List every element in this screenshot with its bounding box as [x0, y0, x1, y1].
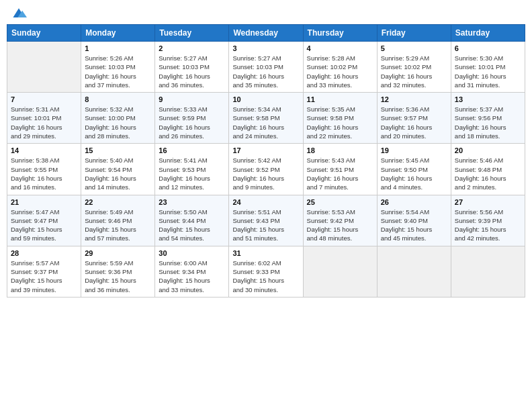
day-info: Sunrise: 5:27 AM Sunset: 10:03 PM Daylig…: [232, 54, 299, 89]
calendar-cell: 31Sunrise: 6:02 AM Sunset: 9:33 PM Dayli…: [229, 246, 303, 297]
day-info: Sunrise: 5:54 AM Sunset: 9:40 PM Dayligh…: [381, 208, 447, 243]
col-header-friday: Friday: [377, 25, 451, 42]
calendar-cell: 16Sunrise: 5:41 AM Sunset: 9:53 PM Dayli…: [155, 144, 229, 195]
calendar-cell: 13Sunrise: 5:37 AM Sunset: 9:56 PM Dayli…: [451, 93, 525, 144]
day-number: 27: [455, 198, 521, 206]
logo: [9, 7, 27, 20]
day-info: Sunrise: 5:59 AM Sunset: 9:36 PM Dayligh…: [85, 259, 151, 294]
day-info: Sunrise: 6:02 AM Sunset: 9:33 PM Dayligh…: [232, 259, 299, 294]
calendar-cell: 8Sunrise: 5:32 AM Sunset: 10:00 PM Dayli…: [81, 93, 155, 144]
col-header-sunday: Sunday: [7, 25, 81, 42]
day-info: Sunrise: 6:00 AM Sunset: 9:34 PM Dayligh…: [159, 259, 225, 294]
day-info: Sunrise: 5:57 AM Sunset: 9:37 PM Dayligh…: [11, 259, 77, 294]
day-info: Sunrise: 5:36 AM Sunset: 9:57 PM Dayligh…: [381, 105, 447, 140]
calendar-cell: 26Sunrise: 5:54 AM Sunset: 9:40 PM Dayli…: [377, 195, 451, 246]
calendar-cell: [303, 246, 377, 297]
day-number: 24: [232, 198, 299, 206]
day-number: 6: [455, 44, 521, 52]
calendar-cell: 18Sunrise: 5:43 AM Sunset: 9:51 PM Dayli…: [303, 144, 377, 195]
day-number: 10: [232, 95, 299, 103]
day-info: Sunrise: 5:32 AM Sunset: 10:00 PM Daylig…: [85, 105, 151, 140]
day-info: Sunrise: 5:35 AM Sunset: 9:58 PM Dayligh…: [307, 105, 373, 140]
day-number: 18: [307, 146, 373, 154]
day-info: Sunrise: 5:51 AM Sunset: 9:43 PM Dayligh…: [232, 208, 299, 243]
day-number: 25: [307, 198, 373, 206]
calendar-cell: 27Sunrise: 5:56 AM Sunset: 9:39 PM Dayli…: [451, 195, 525, 246]
calendar-cell: 9Sunrise: 5:33 AM Sunset: 9:59 PM Daylig…: [155, 93, 229, 144]
calendar-cell: [7, 42, 81, 93]
day-info: Sunrise: 5:33 AM Sunset: 9:59 PM Dayligh…: [159, 105, 225, 140]
day-number: 5: [381, 44, 447, 52]
day-info: Sunrise: 5:45 AM Sunset: 9:50 PM Dayligh…: [381, 156, 447, 191]
calendar-cell: 11Sunrise: 5:35 AM Sunset: 9:58 PM Dayli…: [303, 93, 377, 144]
day-number: 11: [307, 95, 373, 103]
day-number: 16: [159, 146, 225, 154]
day-info: Sunrise: 5:56 AM Sunset: 9:39 PM Dayligh…: [455, 208, 521, 243]
calendar-cell: 20Sunrise: 5:46 AM Sunset: 9:48 PM Dayli…: [451, 144, 525, 195]
day-info: Sunrise: 5:29 AM Sunset: 10:02 PM Daylig…: [381, 54, 447, 89]
calendar-cell: 6Sunrise: 5:30 AM Sunset: 10:01 PM Dayli…: [451, 42, 525, 93]
calendar-table: SundayMondayTuesdayWednesdayThursdayFrid…: [7, 24, 525, 298]
day-info: Sunrise: 5:46 AM Sunset: 9:48 PM Dayligh…: [455, 156, 521, 191]
day-number: 2: [159, 44, 225, 52]
calendar-cell: 1Sunrise: 5:26 AM Sunset: 10:03 PM Dayli…: [81, 42, 155, 93]
calendar-cell: 24Sunrise: 5:51 AM Sunset: 9:43 PM Dayli…: [229, 195, 303, 246]
day-info: Sunrise: 5:41 AM Sunset: 9:53 PM Dayligh…: [159, 156, 225, 191]
day-info: Sunrise: 5:37 AM Sunset: 9:56 PM Dayligh…: [455, 105, 521, 140]
day-info: Sunrise: 5:31 AM Sunset: 10:01 PM Daylig…: [11, 105, 77, 140]
day-number: 9: [159, 95, 225, 103]
day-info: Sunrise: 5:27 AM Sunset: 10:03 PM Daylig…: [159, 54, 225, 89]
day-number: 21: [11, 198, 77, 206]
calendar-cell: 10Sunrise: 5:34 AM Sunset: 9:58 PM Dayli…: [229, 93, 303, 144]
calendar-cell: 19Sunrise: 5:45 AM Sunset: 9:50 PM Dayli…: [377, 144, 451, 195]
day-info: Sunrise: 5:34 AM Sunset: 9:58 PM Dayligh…: [232, 105, 299, 140]
day-info: Sunrise: 5:26 AM Sunset: 10:03 PM Daylig…: [85, 54, 151, 89]
calendar-cell: 29Sunrise: 5:59 AM Sunset: 9:36 PM Dayli…: [81, 246, 155, 297]
day-number: 20: [455, 146, 521, 154]
day-number: 19: [381, 146, 447, 154]
col-header-monday: Monday: [81, 25, 155, 42]
col-header-saturday: Saturday: [451, 25, 525, 42]
calendar-cell: 4Sunrise: 5:28 AM Sunset: 10:02 PM Dayli…: [303, 42, 377, 93]
col-header-thursday: Thursday: [303, 25, 377, 42]
calendar-cell: [451, 246, 525, 297]
day-number: 29: [85, 249, 151, 257]
day-number: 7: [11, 95, 77, 103]
calendar-cell: 12Sunrise: 5:36 AM Sunset: 9:57 PM Dayli…: [377, 93, 451, 144]
day-number: 12: [381, 95, 447, 103]
day-number: 30: [159, 249, 225, 257]
day-number: 26: [381, 198, 447, 206]
day-info: Sunrise: 5:42 AM Sunset: 9:52 PM Dayligh…: [232, 156, 299, 191]
day-number: 15: [85, 146, 151, 154]
day-number: 8: [85, 95, 151, 103]
calendar-cell: 22Sunrise: 5:49 AM Sunset: 9:46 PM Dayli…: [81, 195, 155, 246]
calendar-cell: 7Sunrise: 5:31 AM Sunset: 10:01 PM Dayli…: [7, 93, 81, 144]
calendar-cell: 14Sunrise: 5:38 AM Sunset: 9:55 PM Dayli…: [7, 144, 81, 195]
day-number: 13: [455, 95, 521, 103]
day-number: 22: [85, 198, 151, 206]
calendar-cell: 28Sunrise: 5:57 AM Sunset: 9:37 PM Dayli…: [7, 246, 81, 297]
day-number: 17: [232, 146, 299, 154]
day-info: Sunrise: 5:28 AM Sunset: 10:02 PM Daylig…: [307, 54, 373, 89]
calendar-cell: 15Sunrise: 5:40 AM Sunset: 9:54 PM Dayli…: [81, 144, 155, 195]
day-number: 28: [11, 249, 77, 257]
calendar-cell: 25Sunrise: 5:53 AM Sunset: 9:42 PM Dayli…: [303, 195, 377, 246]
day-number: 1: [85, 44, 151, 52]
day-info: Sunrise: 5:49 AM Sunset: 9:46 PM Dayligh…: [85, 208, 151, 243]
calendar-cell: 23Sunrise: 5:50 AM Sunset: 9:44 PM Dayli…: [155, 195, 229, 246]
day-info: Sunrise: 5:53 AM Sunset: 9:42 PM Dayligh…: [307, 208, 373, 243]
day-number: 14: [11, 146, 77, 154]
day-number: 4: [307, 44, 373, 52]
day-info: Sunrise: 5:50 AM Sunset: 9:44 PM Dayligh…: [159, 208, 225, 243]
calendar-cell: [377, 246, 451, 297]
day-info: Sunrise: 5:30 AM Sunset: 10:01 PM Daylig…: [455, 54, 521, 89]
day-info: Sunrise: 5:43 AM Sunset: 9:51 PM Dayligh…: [307, 156, 373, 191]
calendar-cell: 17Sunrise: 5:42 AM Sunset: 9:52 PM Dayli…: [229, 144, 303, 195]
day-info: Sunrise: 5:47 AM Sunset: 9:47 PM Dayligh…: [11, 208, 77, 243]
day-number: 23: [159, 198, 225, 206]
col-header-tuesday: Tuesday: [155, 25, 229, 42]
calendar-cell: 30Sunrise: 6:00 AM Sunset: 9:34 PM Dayli…: [155, 246, 229, 297]
calendar-cell: 3Sunrise: 5:27 AM Sunset: 10:03 PM Dayli…: [229, 42, 303, 93]
day-info: Sunrise: 5:38 AM Sunset: 9:55 PM Dayligh…: [11, 156, 77, 191]
day-info: Sunrise: 5:40 AM Sunset: 9:54 PM Dayligh…: [85, 156, 151, 191]
